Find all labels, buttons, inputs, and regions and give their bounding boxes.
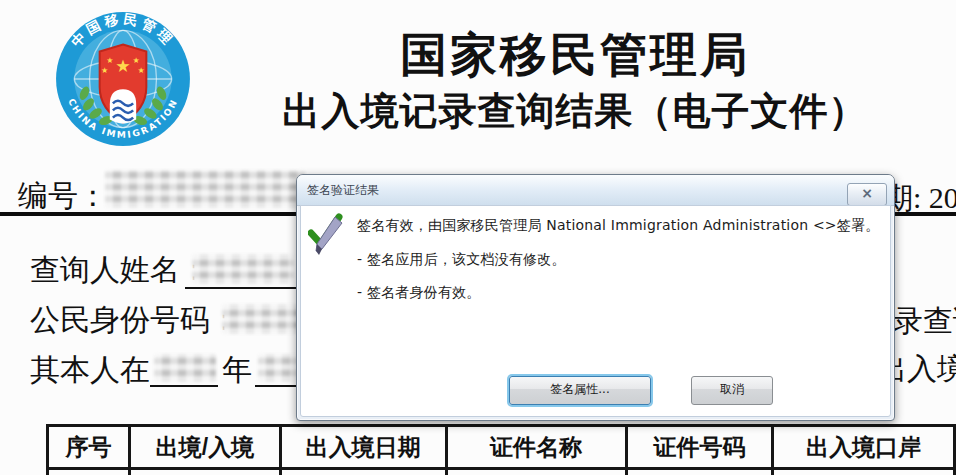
close-icon[interactable]: × (847, 183, 887, 206)
redacted-year (154, 354, 216, 382)
document-title: 出入境记录查询结果（电子文件） (250, 86, 900, 137)
page: ★ ★ ★ ★ ★ 中国移民管理 CHINA IMMIGRATION 国家移民管… (0, 0, 956, 475)
col-header-seq: 序号 (48, 426, 130, 469)
redacted-serial-number (105, 170, 305, 208)
svg-text:★: ★ (101, 65, 108, 75)
china-immigration-logo-icon: ★ ★ ★ ★ ★ 中国移民管理 CHINA IMMIGRATION (52, 8, 194, 150)
table-row (48, 469, 955, 475)
svg-text:★: ★ (133, 55, 140, 65)
agency-title: 国家移民管理局 (280, 24, 870, 87)
col-header-doc-name: 证件名称 (446, 426, 626, 469)
entry-exit-records-table: 序号 出境/入境 出入境日期 证件名称 证件号码 出入境口岸 (46, 424, 956, 475)
signature-verification-dialog: 签名验证结果 × 签名有效，由国家移民管理局 National Immigrat… (296, 174, 895, 421)
signature-valid-message: 签名有效，由国家移民管理局 National Immigration Admin… (357, 217, 879, 235)
svg-text:★: ★ (115, 56, 130, 76)
year-suffix-label: 年 (222, 350, 252, 391)
col-header-direction: 出境/入境 (129, 426, 280, 469)
redacted-id-number (222, 304, 298, 334)
signer-identity-message: - 签名者身份有效。 (357, 284, 481, 302)
dialog-titlebar[interactable]: 签名验证结果 × (297, 175, 894, 206)
year-underline (150, 385, 218, 387)
period-prefix-label: 其本人在 (30, 350, 150, 391)
dialog-title: 签名验证结果 (307, 182, 379, 199)
signature-valid-icon (308, 211, 348, 257)
serial-number-label: 编号： (18, 176, 108, 217)
col-header-date: 出入境日期 (281, 426, 446, 469)
stars: ★ ★ ★ ★ ★ (101, 55, 145, 76)
citizen-id-label: 公民身份号码： (30, 300, 240, 341)
document-unmodified-message: - 签名应用后，该文档没有修改。 (357, 251, 566, 269)
redacted-name (192, 254, 294, 284)
col-header-port: 出入境口岸 (773, 426, 955, 469)
signature-properties-button[interactable]: 签名属性... (509, 376, 651, 405)
col-header-doc-number: 证件号码 (626, 426, 773, 469)
table-header-row: 序号 出境/入境 出入境日期 证件名称 证件号码 出入境口岸 (48, 426, 955, 469)
name-underline (185, 287, 310, 289)
svg-text:★: ★ (138, 65, 145, 75)
applicant-name-label: 查询人姓名： (30, 250, 210, 291)
record-query-fragment: 录查询 (893, 301, 956, 342)
cancel-button[interactable]: 取消 (691, 376, 773, 405)
svg-text:★: ★ (106, 55, 113, 65)
